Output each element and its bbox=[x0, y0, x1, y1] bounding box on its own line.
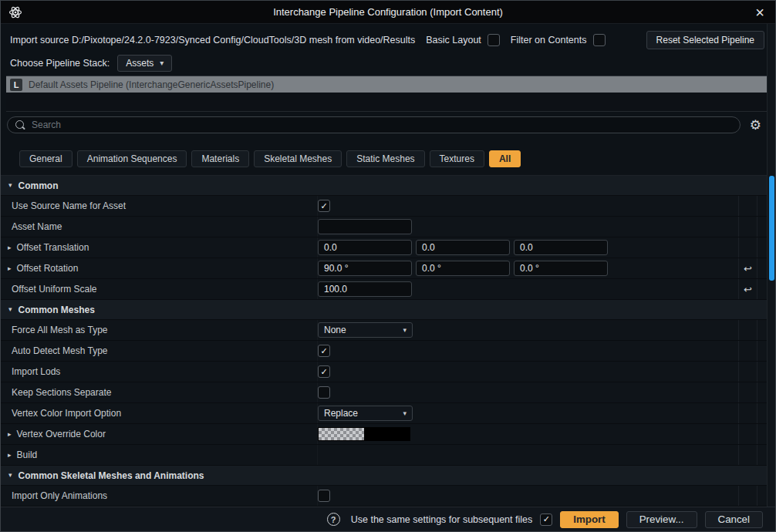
section-title: Common Skeletal Meshes and Animations bbox=[19, 470, 204, 481]
property-value-cell: ✓ bbox=[317, 341, 738, 361]
pipeline-list-item-selected[interactable]: L Default Assets Pipeline (InterchangeGe… bbox=[6, 76, 770, 93]
search-row: ⚙ bbox=[7, 116, 769, 133]
color-swatch-solid bbox=[364, 428, 410, 440]
gear-icon[interactable]: ⚙ bbox=[750, 119, 761, 132]
property-label: Offset Rotation bbox=[17, 263, 79, 274]
tab-textures[interactable]: Textures bbox=[430, 150, 484, 167]
property-label-cell: Import Only Animations bbox=[1, 486, 317, 506]
tab-materials[interactable]: Materials bbox=[191, 150, 249, 167]
tab-static-meshes[interactable]: Static Meshes bbox=[346, 150, 424, 167]
asset-name-input[interactable] bbox=[318, 219, 412, 234]
property-label: Vertex Override Color bbox=[17, 429, 106, 439]
interchange-pipeline-dialog: Interchange Pipeline Configuration (Impo… bbox=[0, 0, 776, 532]
scrollbar-thumb[interactable] bbox=[769, 176, 774, 281]
help-icon[interactable]: ? bbox=[327, 513, 340, 526]
filter-on-contents-checkbox[interactable] bbox=[593, 34, 606, 46]
check-icon: ✓ bbox=[320, 368, 327, 376]
search-input[interactable] bbox=[32, 120, 732, 130]
footer-bar: ? Use the same settings for subsequent f… bbox=[1, 507, 775, 531]
search-box[interactable] bbox=[7, 116, 741, 133]
property-value-cell: ✓ bbox=[317, 196, 738, 216]
row-use-source-name: Use Source Name for Asset ✓ bbox=[1, 196, 775, 217]
title-bar: Interchange Pipeline Configuration (Impo… bbox=[1, 1, 775, 24]
reset-column bbox=[738, 362, 757, 382]
triangle-right-icon[interactable]: ▸ bbox=[8, 265, 12, 272]
cancel-button[interactable]: Cancel bbox=[705, 511, 764, 528]
reset-selected-pipeline-button[interactable]: Reset Selected Pipeline bbox=[646, 31, 764, 49]
pipeline-item-label: Default Assets Pipeline (InterchangeGene… bbox=[29, 79, 274, 90]
tab-general[interactable]: General bbox=[19, 150, 73, 167]
import-source-row: Import source D:/Pixotope/24.2.0-7923/Sy… bbox=[1, 30, 775, 50]
property-label-cell: Vertex Color Import Option bbox=[1, 403, 317, 423]
offset-rotation-x-input[interactable] bbox=[318, 261, 412, 276]
section-header-skeletal[interactable]: ▾ Common Skeletal Meshes and Animations bbox=[1, 466, 775, 486]
subsequent-files-checkbox[interactable]: ✓ bbox=[540, 513, 552, 526]
pipeline-stack-dropdown[interactable]: Assets ▾ bbox=[117, 55, 172, 72]
offset-translation-y-input[interactable] bbox=[416, 240, 510, 255]
row-keep-sections-separate: Keep Sections Separate bbox=[1, 382, 775, 403]
vertex-override-color-swatch[interactable] bbox=[318, 427, 410, 441]
property-value-cell: None ▾ bbox=[317, 320, 738, 340]
filter-on-contents-label: Filter on Contents bbox=[511, 35, 587, 45]
reset-column: ↩ bbox=[738, 279, 757, 299]
reset-to-default-icon[interactable]: ↩ bbox=[744, 264, 752, 274]
basic-layout-label: Basic Layout bbox=[426, 35, 481, 45]
triangle-right-icon[interactable]: ▸ bbox=[8, 452, 12, 459]
property-value-cell bbox=[317, 486, 738, 506]
property-label: Offset Uniform Scale bbox=[12, 284, 96, 295]
alpha-checker-swatch bbox=[319, 428, 364, 440]
property-value-cell bbox=[317, 258, 738, 278]
property-value-cell: Replace ▾ bbox=[317, 403, 738, 423]
tab-all[interactable]: All bbox=[489, 150, 521, 167]
property-label: Offset Translation bbox=[17, 242, 89, 253]
reset-column bbox=[738, 424, 757, 444]
property-label: Build bbox=[17, 450, 38, 460]
property-label-cell: ▸ Offset Translation bbox=[1, 237, 317, 258]
property-label-cell: ▸ Offset Rotation bbox=[1, 258, 317, 278]
pipeline-list-empty-area bbox=[6, 93, 770, 111]
row-auto-detect-mesh-type: Auto Detect Mesh Type ✓ bbox=[1, 341, 775, 362]
tab-skeletal-meshes[interactable]: Skeletal Meshes bbox=[254, 150, 342, 167]
offset-translation-z-input[interactable] bbox=[514, 240, 608, 255]
offset-rotation-y-input[interactable] bbox=[416, 261, 510, 276]
reset-column bbox=[738, 403, 757, 423]
pipeline-icon: L bbox=[10, 79, 22, 91]
import-button[interactable]: Import bbox=[560, 511, 618, 528]
reset-column bbox=[738, 196, 757, 216]
search-icon bbox=[15, 120, 25, 130]
section-header-common-meshes[interactable]: ▾ Common Meshes bbox=[1, 300, 775, 320]
property-label-cell: Force All Mesh as Type bbox=[1, 320, 317, 340]
section-header-common[interactable]: ▾ Common bbox=[1, 176, 775, 196]
tab-animation-sequences[interactable]: Animation Sequences bbox=[77, 150, 187, 167]
section-title: Common Meshes bbox=[19, 305, 95, 315]
vertical-scrollbar[interactable] bbox=[767, 24, 775, 507]
property-value-cell bbox=[317, 279, 738, 299]
property-value-cell bbox=[317, 424, 738, 444]
vertex-color-option-dropdown[interactable]: Replace ▾ bbox=[318, 406, 413, 421]
basic-layout-checkbox[interactable] bbox=[488, 34, 500, 46]
triangle-right-icon[interactable]: ▸ bbox=[8, 431, 12, 438]
offset-rotation-z-input[interactable] bbox=[514, 261, 608, 276]
reset-to-default-icon[interactable]: ↩ bbox=[744, 285, 752, 295]
property-label: Use Source Name for Asset bbox=[12, 200, 126, 211]
reset-column: ↩ bbox=[738, 258, 757, 278]
auto-detect-mesh-type-checkbox[interactable]: ✓ bbox=[318, 345, 330, 357]
close-icon[interactable]: × bbox=[752, 5, 768, 20]
offset-translation-x-input[interactable] bbox=[318, 240, 412, 255]
subsequent-files-label: Use the same settings for subsequent fil… bbox=[351, 514, 533, 525]
property-label-cell: Use Source Name for Asset bbox=[1, 196, 317, 216]
property-value-cell bbox=[317, 445, 738, 465]
triangle-right-icon[interactable]: ▸ bbox=[8, 244, 12, 251]
force-mesh-type-dropdown[interactable]: None ▾ bbox=[318, 322, 413, 338]
property-label-cell: Import Lods bbox=[1, 362, 317, 382]
properties-panel: ▾ Common Use Source Name for Asset ✓ Ass… bbox=[1, 175, 775, 507]
property-label: Force All Mesh as Type bbox=[12, 325, 108, 335]
offset-uniform-scale-input[interactable] bbox=[318, 281, 412, 297]
keep-sections-separate-checkbox[interactable] bbox=[318, 386, 330, 399]
property-value-cell bbox=[317, 217, 738, 237]
use-source-name-checkbox[interactable]: ✓ bbox=[318, 200, 330, 212]
row-offset-uniform-scale: Offset Uniform Scale ↩ bbox=[1, 279, 775, 300]
import-lods-checkbox[interactable]: ✓ bbox=[318, 365, 330, 378]
preview-button[interactable]: Preview... bbox=[626, 511, 697, 528]
import-only-animations-checkbox[interactable] bbox=[318, 490, 330, 502]
